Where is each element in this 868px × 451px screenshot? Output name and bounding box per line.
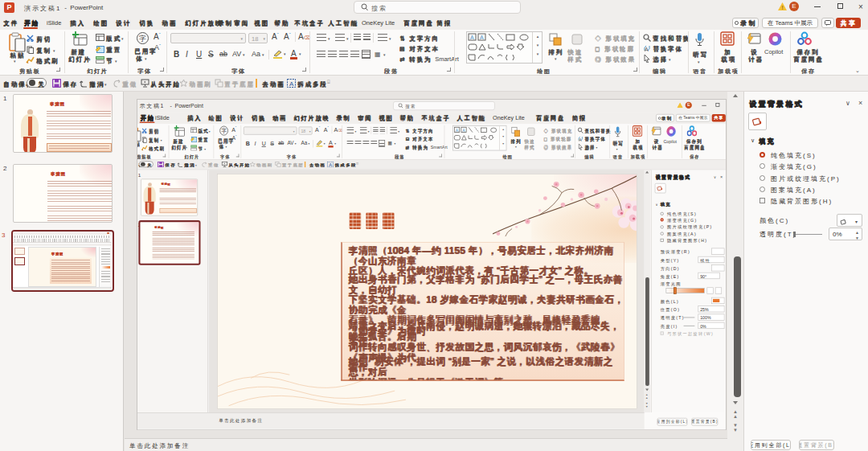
svg-text:A: A	[329, 162, 332, 167]
svg-text:!: !	[781, 4, 783, 10]
svg-text:A: A	[579, 137, 582, 141]
svg-text:A: A	[462, 127, 465, 132]
svg-text:A: A	[455, 127, 458, 132]
svg-text:A: A	[470, 35, 474, 40]
svg-text:A: A	[645, 47, 649, 52]
svg-text:A: A	[480, 35, 484, 40]
svg-text:A: A	[289, 80, 294, 88]
